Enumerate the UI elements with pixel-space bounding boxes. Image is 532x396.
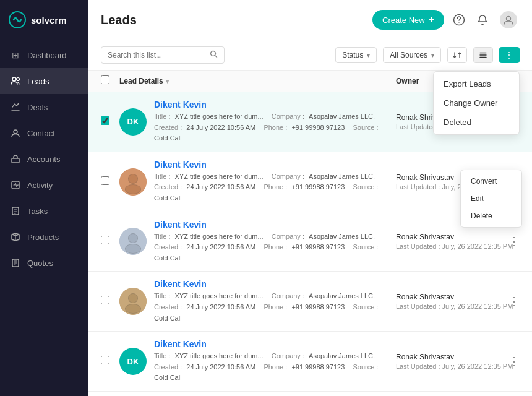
lead-name[interactable]: Dikent Kevin	[154, 160, 396, 170]
source-label: Source :	[353, 303, 379, 311]
lead-checkbox[interactable]	[101, 296, 109, 304]
main-content: Leads Create New +	[88, 0, 532, 396]
deals-icon	[10, 101, 21, 113]
lead-company: Asopalav James LLC.	[309, 292, 375, 299]
sidebar-item-activity[interactable]: Activity	[0, 172, 88, 198]
row-checkbox[interactable]	[101, 176, 119, 187]
page-title: Leads	[101, 13, 137, 27]
title-label: Title :	[154, 173, 173, 180]
lead-created: 24 July 2022 10:56 AM	[186, 124, 255, 131]
sidebar-item-leads[interactable]: Leads	[0, 68, 88, 94]
sidebar-item-deals[interactable]: Deals	[0, 94, 88, 120]
lead-meta-2: Created : 24 July 2022 10:56 AM Phone : …	[154, 123, 396, 144]
list-view-button[interactable]	[473, 47, 493, 63]
convert-item[interactable]: Convert	[461, 173, 521, 190]
more-options-button[interactable]: ⋮	[499, 47, 520, 63]
company-label: Company :	[272, 292, 306, 299]
sidebar-item-quotes[interactable]: Quotes	[0, 250, 88, 276]
row-checkbox[interactable]	[101, 236, 119, 247]
source-label: Source :	[353, 363, 379, 371]
chevron-down-icon: ▾	[367, 52, 370, 59]
lead-meta-2: Created : 24 July 2022 10:56 AM Phone : …	[154, 242, 396, 264]
svg-point-10	[507, 17, 511, 21]
lead-phone: +91 99988 97123	[291, 303, 345, 311]
title-label: Title :	[154, 113, 173, 120]
lead-created: 24 July 2022 10:56 AM	[186, 363, 255, 371]
sort-button[interactable]	[447, 47, 467, 63]
sidebar-item-label: Quotes	[27, 259, 53, 268]
svg-point-16	[126, 185, 140, 194]
lead-meta: Title : XYZ title goes here for dum... C…	[154, 111, 396, 123]
status-filter-label: Status	[342, 51, 363, 59]
lead-meta: Title : XYZ title goes here for dum... C…	[154, 291, 396, 302]
sidebar-item-label: Leads	[27, 77, 49, 86]
sidebar-item-label: Products	[27, 233, 59, 242]
row-more-button[interactable]: ⋮	[506, 352, 522, 371]
row-more-button[interactable]: ⋮	[506, 232, 522, 251]
title-label: Title :	[154, 352, 173, 359]
lead-name[interactable]: Dikent Kevin	[154, 100, 396, 110]
dashboard-icon: ⊞	[10, 50, 21, 61]
select-all-checkbox[interactable]	[101, 75, 109, 84]
company-label: Company :	[272, 113, 306, 120]
row-checkbox[interactable]	[101, 356, 119, 367]
created-label: Created :	[154, 183, 184, 191]
search-icon	[210, 50, 218, 60]
lead-name[interactable]: Dikent Kevin	[154, 279, 396, 289]
row-checkbox[interactable]	[101, 296, 119, 307]
notifications-icon-button[interactable]	[474, 11, 491, 28]
lead-checkbox[interactable]	[101, 356, 109, 364]
three-dots-icon: ⋮	[505, 50, 514, 60]
lead-info: Dikent Kevin Title : XYZ title goes here…	[154, 160, 396, 204]
svg-point-2	[17, 78, 20, 81]
lead-meta-2: Created : 24 July 2022 10:56 AM Phone : …	[154, 302, 396, 324]
edit-item[interactable]: Edit	[461, 190, 521, 207]
tasks-icon	[10, 205, 21, 217]
svg-rect-4	[12, 158, 19, 163]
delete-item[interactable]: Delete	[461, 207, 521, 225]
search-input[interactable]	[108, 51, 206, 59]
sidebar-item-accounts[interactable]: Accounts	[0, 146, 88, 172]
row-more-button[interactable]: ⋮	[506, 292, 522, 311]
company-label: Company :	[272, 352, 306, 359]
lead-created: 24 July 2022 10:56 AM	[186, 183, 255, 191]
sidebar-item-dashboard[interactable]: ⊞ Dashboard	[0, 42, 88, 68]
svg-point-9	[458, 22, 460, 23]
create-new-button[interactable]: Create New +	[372, 10, 444, 30]
lead-meta-2: Created : 24 July 2022 10:56 AM Phone : …	[154, 182, 396, 204]
sidebar-item-products[interactable]: Products	[0, 224, 88, 250]
row-checkbox[interactable]	[101, 116, 119, 127]
header-actions: Create New +	[372, 9, 520, 31]
sources-filter[interactable]: All Sources ▾	[383, 47, 441, 63]
title-label: Title :	[154, 292, 173, 299]
help-icon-button[interactable]	[450, 11, 468, 28]
lead-owner: Ronak Shrivastav Last Updated : July, 26…	[396, 233, 520, 250]
lead-source: Cold Call	[154, 314, 182, 322]
sidebar-item-contact[interactable]: Contact	[0, 120, 88, 146]
logo-text: solvcrm	[31, 15, 67, 25]
change-owner-item[interactable]: Change Owner	[434, 93, 519, 113]
leads-icon	[10, 75, 21, 87]
sidebar-item-label: Tasks	[27, 207, 48, 216]
search-box[interactable]	[101, 46, 225, 64]
deleted-item[interactable]: Deleted	[434, 113, 519, 132]
lead-title: XYZ title goes here for dum...	[175, 233, 264, 240]
export-leads-item[interactable]: Export Leads	[434, 74, 519, 93]
sidebar-item-tasks[interactable]: Tasks	[0, 198, 88, 224]
toolbar-wrapper: Status ▾ All Sources ▾ ⋮ Export Leads Ch…	[88, 40, 532, 71]
th-checkbox	[101, 75, 119, 87]
lead-meta: Title : XYZ title goes here for dum... C…	[154, 171, 396, 183]
products-icon	[10, 231, 21, 243]
activity-icon	[10, 179, 21, 191]
svg-point-15	[129, 174, 137, 183]
lead-name[interactable]: Dikent Kevin	[154, 220, 396, 230]
lead-checkbox[interactable]	[101, 116, 109, 125]
lead-checkbox[interactable]	[101, 236, 109, 244]
lead-phone: +91 99988 97123	[291, 363, 345, 371]
lead-name[interactable]: Dikent Kevin	[154, 339, 396, 349]
user-avatar-button[interactable]	[497, 9, 520, 31]
lead-checkbox[interactable]	[101, 176, 109, 185]
created-label: Created :	[154, 303, 184, 311]
sidebar-nav: ⊞ Dashboard Leads Deals Contact Accoun	[0, 40, 88, 276]
status-filter[interactable]: Status ▾	[335, 47, 377, 63]
